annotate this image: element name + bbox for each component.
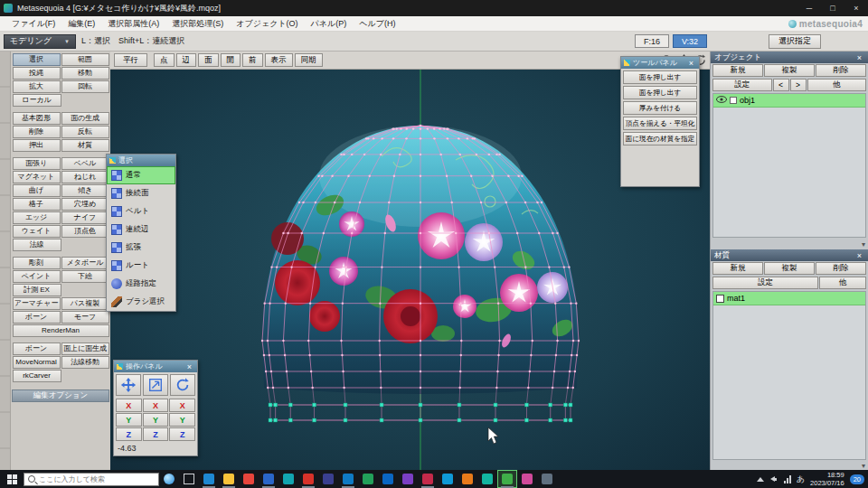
taskbar-app-11[interactable] (398, 470, 418, 488)
menu-item-編集(E)[interactable]: 編集(E) (61, 17, 101, 31)
tool-button-拡大[interactable]: 拡大 (13, 80, 61, 93)
tool-button-計測 EX[interactable]: 計測 EX (13, 284, 61, 296)
taskbar-app-18[interactable] (537, 470, 557, 488)
tool-button-エッジ[interactable]: エッジ (13, 211, 61, 224)
select-mode-ベルト[interactable]: ベルト (107, 202, 175, 221)
taskbar-app-6[interactable] (298, 470, 318, 488)
viewport-toggle-開[interactable]: 開 (221, 53, 241, 67)
tray-chevron-icon[interactable] (757, 477, 764, 482)
object-button->[interactable]: > (790, 79, 807, 91)
selection-panel-titlebar[interactable]: 選択 (107, 155, 175, 166)
projection-button[interactable]: 平行 (114, 53, 147, 67)
tool-button-面張り[interactable]: 面張り (13, 157, 61, 170)
select-mode-拡張[interactable]: 拡張 (107, 239, 175, 257)
edit-options-header[interactable]: 編集オプション (12, 389, 109, 402)
select-mode-接続面[interactable]: 接続面 (107, 184, 175, 202)
tool-panel-button-4[interactable]: 頂点を揃える・平坦化 (623, 117, 697, 130)
tool-panel-button-5[interactable]: 面に現在の材質を指定 (623, 132, 697, 145)
tool-button-基本図形[interactable]: 基本図形 (13, 112, 61, 125)
axis-button-y-1[interactable]: Y (116, 413, 142, 427)
axis-button-z-2[interactable]: Z (143, 427, 169, 441)
select-mode-通常[interactable]: 通常 (107, 166, 175, 184)
tool-button-選択[interactable]: 選択 (13, 53, 61, 66)
viewport-toggle-面[interactable]: 面 (198, 53, 219, 67)
menu-item-ファイル(F)[interactable]: ファイル(F) (5, 17, 61, 31)
taskbar-app-12[interactable] (418, 470, 438, 488)
tool-button-RenderMan[interactable]: RenderMan (13, 324, 109, 337)
tool-button-rkCarver[interactable]: rkCarver (13, 370, 61, 382)
tool-button-メタボール[interactable]: メタボール (61, 257, 109, 269)
taskbar-app-1[interactable] (199, 470, 219, 488)
select-mode-経路指定[interactable]: 経路指定 (107, 275, 175, 293)
tool-button-ねじれ[interactable]: ねじれ (61, 171, 109, 183)
tool-panel-button-2[interactable]: 面を押し出す (623, 86, 697, 99)
tool-button-穴埋め[interactable]: 穴埋め (61, 198, 109, 211)
select-mode-ブラシ選択[interactable]: ブラシ選択 (107, 293, 175, 311)
tool-button-ウェイト[interactable]: ウェイト (13, 225, 61, 238)
tool-button-下絵[interactable]: 下絵 (61, 270, 109, 283)
object-button-新規[interactable]: 新規 (712, 64, 763, 77)
move-tool-button[interactable] (116, 374, 141, 396)
search-bar[interactable] (24, 473, 159, 486)
axis-button-x-3[interactable]: X (169, 399, 195, 412)
axis-button-x-2[interactable]: X (143, 399, 169, 412)
tool-button-範囲[interactable]: 範囲 (61, 53, 109, 66)
material-button-削除[interactable]: 削除 (816, 262, 866, 275)
notification-badge[interactable]: 20 (850, 474, 864, 484)
operation-panel-close-icon[interactable]: × (184, 362, 194, 371)
tool-panel-close-icon[interactable]: × (686, 59, 696, 68)
taskbar-app-3[interactable] (239, 470, 259, 488)
material-button-設定[interactable]: 設定 (712, 277, 818, 289)
axis-button-x-1[interactable]: X (116, 399, 142, 412)
tool-button-ベベル[interactable]: ベベル (61, 157, 109, 170)
object-panel-titlebar[interactable]: オブジェクト × (711, 52, 868, 63)
tool-panel-button-1[interactable]: 面を押し出す (623, 70, 697, 84)
tool-button-面の生成[interactable]: 面の生成 (61, 112, 109, 125)
viewport-toggle-前[interactable]: 前 (242, 53, 263, 67)
object-button-削除[interactable]: 削除 (816, 64, 866, 77)
object-list-item[interactable]: obj1 (713, 94, 865, 108)
taskbar-app-16[interactable] (497, 470, 517, 488)
material-panel-close-icon[interactable]: × (854, 251, 864, 260)
taskbar-app-10[interactable] (378, 470, 398, 488)
tool-button-頂点色[interactable]: 頂点色 (61, 225, 109, 238)
object-button-<[interactable]: < (773, 79, 789, 91)
tool-button-ボーン[interactable]: ボーン (13, 311, 61, 324)
tool-button-押出[interactable]: 押出 (13, 139, 61, 152)
volume-icon[interactable] (769, 474, 778, 483)
axis-button-z-1[interactable]: Z (116, 427, 142, 441)
material-button-他[interactable]: 他 (819, 277, 866, 289)
object-button-設定[interactable]: 設定 (712, 79, 772, 91)
ime-indicator[interactable]: あ (797, 474, 805, 485)
cortana-button[interactable] (159, 470, 179, 488)
tool-button-ペイント[interactable]: ペイント (13, 270, 61, 283)
menu-item-選択部属性(A)[interactable]: 選択部属性(A) (101, 17, 165, 31)
tool-button-材質[interactable]: 材質 (61, 139, 109, 152)
object-button-他[interactable]: 他 (807, 79, 867, 91)
menu-item-オブジェクト(O)[interactable]: オブジェクト(O) (230, 17, 304, 31)
taskbar-app-4[interactable] (259, 470, 278, 488)
viewport-toggle-点[interactable]: 点 (154, 53, 175, 67)
taskbar-app-13[interactable] (438, 470, 458, 488)
menu-item-パネル(P)[interactable]: パネル(P) (305, 17, 354, 31)
start-button[interactable] (0, 470, 24, 488)
tool-button-反転[interactable]: 反転 (61, 126, 109, 138)
task-view-button[interactable] (179, 470, 199, 488)
mode-dropdown[interactable]: モデリング ▼ (4, 34, 76, 49)
network-icon[interactable] (784, 475, 791, 483)
tool-button-曲げ[interactable]: 曲げ (13, 184, 61, 197)
material-button-複製[interactable]: 複製 (764, 262, 815, 275)
tool-button-回転[interactable]: 回転 (61, 80, 109, 93)
tool-button-ナイフ[interactable]: ナイフ (61, 211, 109, 224)
clock[interactable]: 18:59 2023/07/16 (810, 471, 844, 488)
object-panel-close-icon[interactable]: × (854, 53, 864, 62)
tool-button-アーマチャー[interactable]: アーマチャー (13, 297, 61, 310)
tool-button-傾き[interactable]: 傾き (61, 184, 109, 197)
tool-button-彫刻[interactable]: 彫刻 (13, 257, 61, 269)
viewport-toggle-辺[interactable]: 辺 (176, 53, 197, 67)
tool-button-法線[interactable]: 法線 (13, 239, 61, 251)
menu-item-ヘルプ(H)[interactable]: ヘルプ(H) (353, 17, 401, 31)
viewport-toggle-同期[interactable]: 同期 (295, 53, 323, 67)
taskbar-app-9[interactable] (358, 470, 378, 488)
tool-button-ローカル[interactable]: ローカル (13, 94, 61, 107)
